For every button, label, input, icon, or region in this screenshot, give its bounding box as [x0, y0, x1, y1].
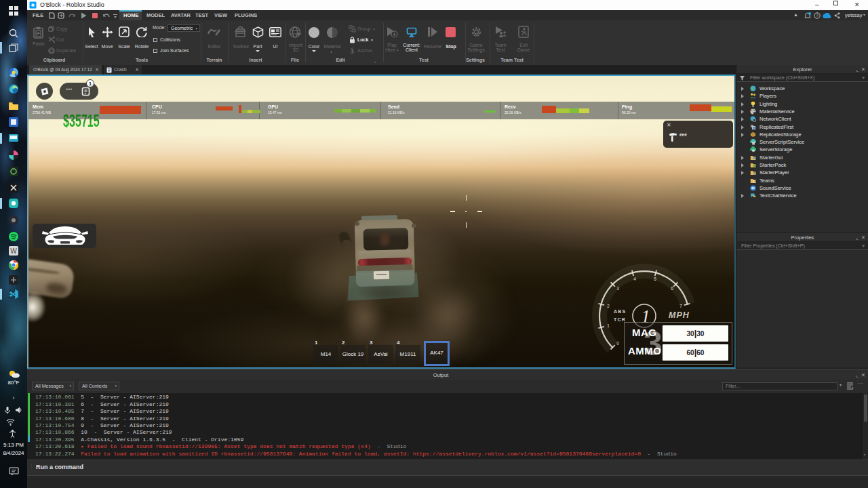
svg-text:4: 4 — [633, 277, 636, 281]
svg-text:1: 1 — [607, 323, 610, 328]
svg-text:W: W — [10, 247, 17, 255]
svg-text:2: 2 — [607, 304, 610, 308]
svg-text:7: 7 — [679, 304, 682, 308]
svg-text:3: 3 — [616, 286, 619, 291]
svg-text:?: ? — [816, 13, 818, 18]
svg-text:6: 6 — [671, 286, 673, 291]
svg-text:5: 5 — [654, 277, 656, 281]
svg-text:0: 0 — [616, 341, 619, 346]
